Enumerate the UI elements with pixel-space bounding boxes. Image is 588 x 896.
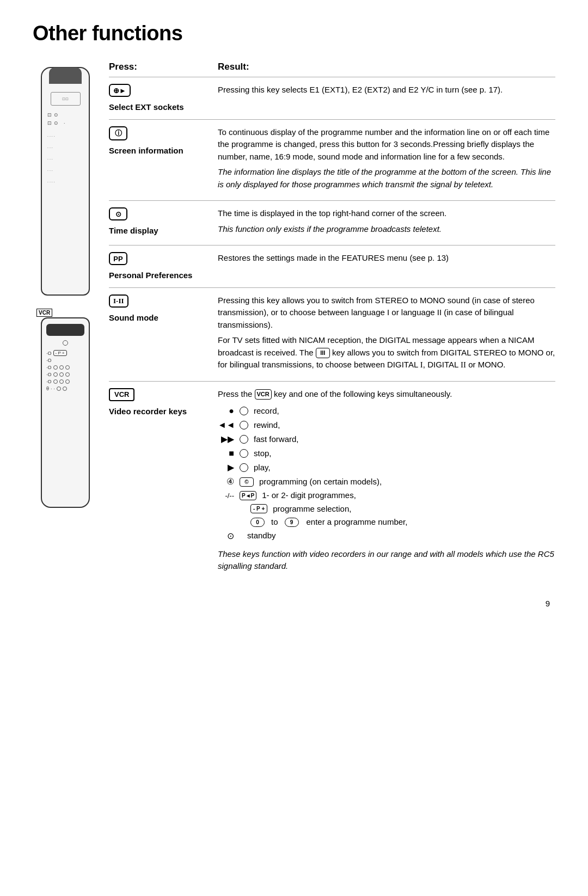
digit-label: 1- or 2- digit programmes, xyxy=(262,489,356,502)
prog-num-icon-9: 9 xyxy=(285,518,299,527)
select-ext-label: Select EXT sockets xyxy=(109,102,184,113)
prog-num-to: to xyxy=(271,516,278,529)
page-title: Other functions xyxy=(33,22,555,45)
remote-illustrations: ⊡⊡ ⊡⊙ ⊡⊙· · · · · · · · · · · · · · · · … xyxy=(33,62,98,582)
remote-bottom: VCR ·O- P + ·O ·O ·O ·O θ·· xyxy=(41,317,90,508)
ff-symbol: ▶▶ xyxy=(218,433,234,446)
vcr-list-item-standby: ⊙ standby xyxy=(218,530,555,543)
rewind-label: rewind, xyxy=(254,419,280,432)
prog-symbol: ④ xyxy=(218,475,234,488)
personal-prefs-icon-label: PP xyxy=(113,255,122,263)
stop-label: stop, xyxy=(254,447,272,460)
prog-sel-icon: - P + xyxy=(250,504,267,513)
stop-circle xyxy=(240,449,248,458)
stop-symbol: ■ xyxy=(218,447,234,460)
personal-prefs-button-icon[interactable]: PP xyxy=(109,252,127,265)
play-circle xyxy=(240,463,248,472)
remote-buttons: ⊡⊙ ⊡⊙· · · · · · · · · · · · · · · · · · xyxy=(42,109,89,187)
time-display-button-icon[interactable]: ⊙ xyxy=(109,207,127,220)
result-personal-prefs: Restores the settings made in the FEATUR… xyxy=(218,252,555,281)
ext-button-icon[interactable]: ⊕► xyxy=(109,84,131,97)
vcr-list-item-ff: ▶▶ fast forward, xyxy=(218,433,555,446)
column-headers: Press: Result: xyxy=(109,62,555,72)
function-row-screen-info: ⓘ Screen information To continuous displ… xyxy=(109,119,555,201)
function-row-vcr-keys: VCR Video recorder keys Press the VCR ke… xyxy=(109,381,555,582)
play-label: play, xyxy=(254,462,271,474)
vcr-footer: These keys function with video recorders… xyxy=(218,548,555,573)
press-time-display: ⊙ Time display xyxy=(109,207,218,238)
time-display-icon-label: ⊙ xyxy=(115,210,121,218)
iii-inline-icon: III xyxy=(316,348,330,358)
screen-info-button-icon[interactable]: ⓘ xyxy=(109,126,127,140)
standby-label: standby xyxy=(247,530,276,542)
result-header: Result: xyxy=(218,62,555,72)
vcr-keys-intro: Press the VCR key and one of the followi… xyxy=(218,388,555,401)
sound-mode-button-icon[interactable]: I-II xyxy=(109,294,128,308)
function-row-sound-mode: I-II Sound mode Pressing this key allows… xyxy=(109,287,555,381)
play-symbol: ▶ xyxy=(218,461,234,474)
remote-bottom-band xyxy=(46,324,84,336)
rewind-circle xyxy=(240,421,248,429)
vcr-button-icon[interactable]: VCR xyxy=(109,388,134,401)
sound-mode-icon-label: I-II xyxy=(113,297,124,305)
press-select-ext: ⊕► Select EXT sockets xyxy=(109,84,218,113)
vcr-label-side: VCR xyxy=(36,309,52,317)
digit-icon: P◄P xyxy=(240,491,256,500)
personal-prefs-label: Personal Preferences xyxy=(109,270,192,281)
select-ext-result: Pressing this key selects E1 (EXT1), E2 … xyxy=(218,84,555,96)
screen-info-label: Screen information xyxy=(109,145,183,156)
ext-icon-label: ⊕► xyxy=(113,87,126,95)
remote-head xyxy=(49,67,82,84)
ff-circle xyxy=(240,435,248,444)
vcr-list-item-programming: ④ © programming (on certain models), xyxy=(218,475,555,488)
result-vcr-keys: Press the VCR key and one of the followi… xyxy=(218,388,555,576)
result-time-display: The time is displayed in the top right-h… xyxy=(218,207,555,238)
vcr-list-item-play: ▶ play, xyxy=(218,461,555,474)
screen-info-result-1: To continuous display of the programme n… xyxy=(218,126,555,163)
function-row-personal-prefs: PP Personal Preferences Restores the set… xyxy=(109,245,555,287)
vcr-list-item-prog-sel: - P + programme selection, xyxy=(218,503,555,515)
time-display-result-1: The time is displayed in the top right-h… xyxy=(218,207,555,220)
page-number: 9 xyxy=(33,599,555,608)
vcr-list: ● record, ◄◄ rewind, ▶▶ fast forward, xyxy=(218,404,555,543)
vcr-keys-label: Video recorder keys xyxy=(109,406,187,417)
content-area: Press: Result: ⊕► Select EXT sockets Pre… xyxy=(98,62,555,582)
record-symbol: ● xyxy=(218,404,234,418)
vcr-list-item-prog-num: 0 to 9 enter a programme number, xyxy=(218,516,555,529)
result-screen-info: To continuous display of the programme n… xyxy=(218,126,555,194)
remote-top: ⊡⊡ ⊡⊙ ⊡⊙· · · · · · · · · · · · · · · · … xyxy=(41,67,90,296)
prog-sel-label: programme selection, xyxy=(273,503,351,515)
remote-knob xyxy=(63,340,68,346)
prog-label: programming (on certain models), xyxy=(259,476,382,488)
digit-symbol: -/-- xyxy=(218,490,234,501)
press-header: Press: xyxy=(109,62,218,72)
screen-info-result-2: The information line displays the title … xyxy=(218,166,555,191)
press-screen-info: ⓘ Screen information xyxy=(109,126,218,194)
vcr-list-item-stop: ■ stop, xyxy=(218,447,555,460)
time-display-result-2: This function only exists if the program… xyxy=(218,223,555,236)
standby-symbol: ⊙ xyxy=(218,530,234,543)
function-row-time-display: ⊙ Time display The time is displayed in … xyxy=(109,200,555,245)
press-personal-prefs: PP Personal Preferences xyxy=(109,252,218,281)
vcr-list-item-digit: -/-- P◄P 1- or 2- digit programmes, xyxy=(218,489,555,502)
vcr-icon-label: VCR xyxy=(114,390,129,398)
vcr-list-item-record: ● record, xyxy=(218,404,555,418)
press-sound-mode: I-II Sound mode xyxy=(109,294,218,375)
prog-num-label: enter a programme number, xyxy=(307,516,408,529)
remote-screen: ⊡⊡ xyxy=(51,92,81,106)
screen-info-icon-label: ⓘ xyxy=(115,128,122,138)
sound-mode-label: Sound mode xyxy=(109,312,158,323)
function-row-select-ext: ⊕► Select EXT sockets Pressing this key … xyxy=(109,77,555,119)
result-select-ext: Pressing this key selects E1 (EXT1), E2 … xyxy=(218,84,555,113)
record-label: record, xyxy=(254,405,279,418)
sound-mode-result-1: Pressing this key allows you to switch f… xyxy=(218,294,555,332)
vcr-inline-icon: VCR xyxy=(255,389,272,400)
record-circle xyxy=(240,407,248,415)
rewind-symbol: ◄◄ xyxy=(218,419,234,432)
vcr-list-item-rewind: ◄◄ rewind, xyxy=(218,419,555,432)
prog-circle-icon: © xyxy=(240,477,254,487)
prog-num-icon: 0 xyxy=(250,518,265,527)
sound-mode-result-2: For TV sets fitted with NICAM reception,… xyxy=(218,334,555,371)
ff-label: fast forward, xyxy=(254,433,299,446)
time-display-label: Time display xyxy=(109,225,158,236)
